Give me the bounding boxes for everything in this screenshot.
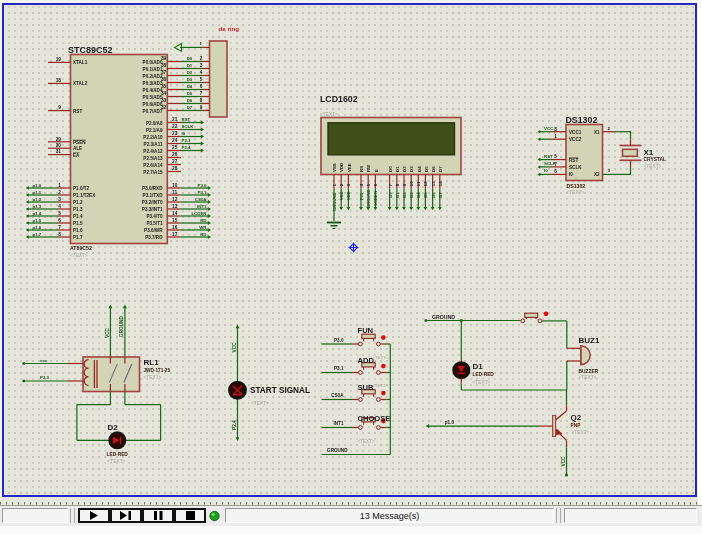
- svg-text:P3.3/INT1: P3.3/INT1: [142, 207, 163, 212]
- svg-text:D4: D4: [416, 192, 421, 198]
- svg-text:15: 15: [172, 218, 178, 223]
- svg-text:RST: RST: [182, 117, 191, 122]
- svg-text:VCC2: VCC2: [569, 137, 582, 142]
- svg-text:SCLK: SCLK: [182, 124, 195, 129]
- svg-text:PSEN: PSEN: [73, 140, 86, 145]
- svg-text:D1: D1: [395, 166, 400, 172]
- svg-text:START SIGNAL: START SIGNAL: [250, 386, 310, 395]
- svg-text:9: 9: [58, 105, 61, 110]
- svg-text:30: 30: [56, 143, 62, 148]
- svg-text:GROUND: GROUND: [327, 448, 348, 453]
- svg-text:10: 10: [409, 181, 414, 186]
- svg-text:P1.7: P1.7: [73, 235, 83, 240]
- svg-text:D6: D6: [431, 166, 436, 172]
- svg-text:RD: RD: [200, 218, 206, 223]
- svg-text:P2.4: P2.4: [182, 145, 192, 150]
- svg-text:INT1: INT1: [334, 421, 344, 426]
- svg-text:<TEXT>: <TEXT>: [251, 401, 269, 406]
- svg-text:RST: RST: [569, 158, 578, 163]
- svg-text:P3.0: P3.0: [334, 338, 344, 343]
- svg-text:26: 26: [172, 152, 178, 157]
- svg-text:P1.1/T2EX: P1.1/T2EX: [73, 193, 96, 198]
- svg-text:RW: RW: [366, 164, 371, 172]
- svg-text:21: 21: [172, 117, 178, 122]
- svg-text:D2: D2: [187, 70, 193, 75]
- svg-text:VCC: VCC: [105, 327, 110, 338]
- svg-text:14: 14: [172, 211, 178, 216]
- svg-text:<TEXT>: <TEXT>: [473, 380, 491, 385]
- svg-text:p1.3: p1.3: [33, 204, 42, 209]
- svg-text:<TEXT>: <TEXT>: [358, 439, 375, 444]
- svg-text:13: 13: [431, 181, 436, 186]
- svg-text:X1: X1: [594, 130, 600, 135]
- svg-text:P3.1: P3.1: [334, 366, 344, 371]
- svg-text:de ring: de ring: [219, 25, 240, 32]
- svg-text:P3.1/TXD: P3.1/TXD: [143, 193, 164, 198]
- svg-text:FUN: FUN: [358, 326, 374, 335]
- svg-text:p1.7: p1.7: [33, 232, 42, 237]
- svg-text:P1.5: P1.5: [73, 221, 83, 226]
- svg-text:33: 33: [161, 98, 167, 103]
- svg-text:p1.0: p1.0: [33, 183, 42, 188]
- svg-text:GROUND: GROUND: [366, 189, 371, 208]
- svg-text:I0: I0: [182, 131, 186, 136]
- svg-text:34: 34: [161, 91, 167, 96]
- svg-text:D5: D5: [187, 91, 193, 96]
- svg-text:ALE: ALE: [73, 146, 82, 151]
- svg-text:P2.7/A15: P2.7/A15: [143, 170, 163, 175]
- svg-text:P0.0/AD0: P0.0/AD0: [143, 60, 163, 65]
- svg-text:BUZZER: BUZZER: [579, 369, 599, 374]
- svg-text:5: 5: [200, 77, 203, 82]
- svg-text:D0: D0: [388, 192, 393, 198]
- svg-text:39: 39: [161, 56, 167, 61]
- svg-text:Q2: Q2: [571, 413, 582, 422]
- svg-text:2: 2: [200, 56, 203, 61]
- svg-text:P3.5/T1: P3.5/T1: [146, 221, 163, 226]
- svg-text:PNP: PNP: [571, 423, 582, 428]
- svg-text:p1.4: p1.4: [33, 211, 42, 216]
- svg-text:RD: RD: [200, 232, 206, 237]
- svg-text:<TEXT>: <TEXT>: [70, 253, 88, 258]
- svg-text:38: 38: [161, 63, 167, 68]
- svg-text:VDD: VDD: [346, 191, 351, 200]
- svg-text:D7: D7: [187, 105, 193, 110]
- svg-text:P1.0/T2: P1.0/T2: [73, 186, 90, 191]
- svg-text:P3.1: P3.1: [197, 190, 207, 195]
- svg-text:7: 7: [200, 91, 203, 96]
- svg-text:VCC1: VCC1: [569, 130, 582, 135]
- svg-text:P2.1/A9: P2.1/A9: [146, 128, 163, 133]
- svg-text:P2.3/A11: P2.3/A11: [144, 142, 163, 147]
- svg-text:GROUND: GROUND: [332, 192, 337, 211]
- svg-text:P0.1/AD1: P0.1/AD1: [143, 67, 163, 72]
- svg-text:D5: D5: [424, 166, 429, 172]
- svg-text:BUZ1: BUZ1: [579, 336, 600, 345]
- svg-text:D6: D6: [187, 98, 193, 103]
- svg-text:D0: D0: [388, 166, 393, 172]
- svg-text:CHOOSE: CHOOSE: [358, 414, 391, 423]
- svg-text:VDD: VDD: [339, 191, 344, 200]
- svg-text:DS1302: DS1302: [567, 183, 586, 189]
- svg-text:XTAL1: XTAL1: [73, 60, 88, 65]
- svg-text:9: 9: [200, 105, 203, 110]
- svg-text:P3.0: P3.0: [197, 183, 207, 188]
- svg-text:D3: D3: [409, 166, 414, 172]
- svg-text:2: 2: [58, 190, 61, 195]
- svg-text:WR: WR: [199, 225, 207, 230]
- svg-text:P1.2: P1.2: [73, 200, 83, 205]
- svg-text:19: 19: [56, 57, 62, 62]
- svg-text:D5: D5: [423, 192, 428, 198]
- svg-text:XTAL2: XTAL2: [73, 81, 88, 86]
- svg-text:VDD: VDD: [339, 163, 344, 172]
- svg-text:<TEXT>: <TEXT>: [373, 355, 389, 360]
- svg-text:3: 3: [58, 197, 61, 202]
- svg-text:6: 6: [200, 84, 203, 89]
- svg-text:LED-RED: LED-RED: [107, 452, 129, 457]
- svg-text:vcc: vcc: [40, 358, 48, 363]
- svg-text:SCLK: SCLK: [569, 165, 582, 170]
- svg-text:35: 35: [161, 84, 167, 89]
- svg-text:D2: D2: [402, 166, 407, 172]
- svg-text:p1.5: p1.5: [33, 218, 42, 223]
- svg-text:RL1: RL1: [144, 358, 160, 367]
- svg-text:RST: RST: [544, 154, 553, 159]
- svg-text:P3.2/INT0: P3.2/INT0: [142, 200, 163, 205]
